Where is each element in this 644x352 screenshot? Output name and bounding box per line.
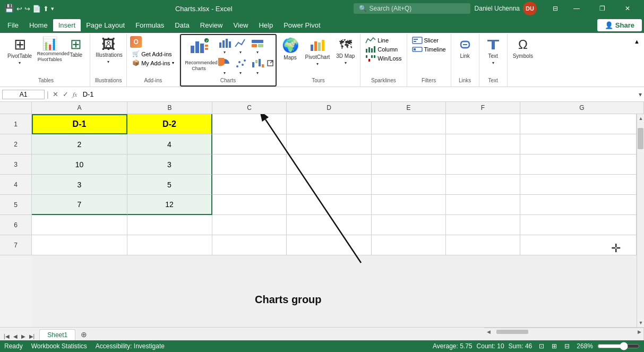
scatter-chart-button[interactable]: ▾	[233, 57, 248, 76]
page-layout-view-icon[interactable]: ⊞	[549, 341, 560, 351]
vertical-scrollbar[interactable]: ▲ ▼	[637, 114, 644, 327]
pivot-table-button[interactable]: ⊞ PivotTable ▾	[5, 36, 34, 66]
cell-d7[interactable]	[287, 235, 372, 255]
menu-power-pivot[interactable]: Power Pivot	[278, 19, 325, 31]
cell-e2[interactable]	[372, 134, 446, 154]
menu-home[interactable]: Home	[24, 19, 53, 31]
scroll-down-button[interactable]: ▼	[637, 319, 644, 327]
normal-view-icon[interactable]: ⊡	[536, 341, 547, 351]
ribbon-collapse-icon[interactable]: ⊟	[547, 0, 563, 17]
confirm-formula-icon[interactable]: ✓	[61, 90, 70, 99]
cell-c7[interactable]	[212, 235, 287, 255]
menu-help[interactable]: Help	[253, 19, 278, 31]
scroll-track[interactable]	[637, 123, 644, 319]
accessibility-status[interactable]: Accessibility: Investigate	[96, 342, 165, 350]
cell-e7[interactable]	[372, 235, 446, 255]
cell-a5[interactable]: 7	[32, 195, 127, 215]
illustrations-button[interactable]: 🖼 Illustrations ▾	[93, 36, 123, 65]
col-header-d[interactable]: D	[287, 102, 372, 114]
cell-c4[interactable]	[212, 175, 287, 195]
row-header-6[interactable]: 6	[0, 215, 32, 235]
hier-arrow[interactable]: ▾	[256, 50, 259, 55]
slicer-button[interactable]: Slicer	[410, 36, 448, 45]
recommended-pivottables-button[interactable]: 📊 Recommended PivotTables	[35, 36, 64, 64]
cell-b3[interactable]: 3	[127, 154, 212, 175]
cell-c6[interactable]	[212, 215, 287, 235]
hscroll-thumb[interactable]	[496, 330, 528, 334]
quick-access-toolbar[interactable]: 💾 ↩ ↪ 📄 ⬆ ▾	[4, 4, 54, 13]
cell-b2[interactable]: 4	[127, 134, 212, 154]
scatter-chart-arrow[interactable]: ▾	[239, 71, 242, 75]
cell-a2[interactable]: 2	[32, 134, 127, 154]
my-addins-button[interactable]: 📦 My Add-ins ▾	[131, 59, 175, 67]
maps-button[interactable]: 🌍 Maps	[280, 36, 301, 62]
save-icon[interactable]: 💾	[4, 4, 14, 13]
cell-b5[interactable]: 12	[127, 195, 212, 215]
cell-g2[interactable]	[520, 134, 637, 154]
cell-c3[interactable]	[212, 154, 287, 175]
zoom-slider[interactable]	[597, 342, 640, 350]
col-header-b[interactable]: B	[127, 102, 212, 114]
cell-d3[interactable]	[287, 154, 372, 175]
cell-d4[interactable]	[287, 175, 372, 195]
cell-b6[interactable]	[127, 215, 212, 235]
pie-chart-arrow[interactable]: ▾	[224, 71, 226, 75]
cell-d6[interactable]	[287, 215, 372, 235]
cell-d5[interactable]	[287, 195, 372, 215]
col-header-e[interactable]: E	[372, 102, 446, 114]
3dmap-button[interactable]: 🗺 3D Map ▾	[334, 36, 357, 66]
cell-e5[interactable]	[372, 195, 446, 215]
column-chart-arrow[interactable]: ▾	[224, 50, 226, 55]
menu-file[interactable]: File	[2, 19, 24, 31]
sheet-tab-sheet1[interactable]: Sheet1	[39, 329, 75, 340]
corner-cell[interactable]	[0, 102, 32, 114]
charts-dialog-launcher[interactable]	[267, 60, 273, 68]
new-doc-icon[interactable]: 📄	[32, 5, 41, 13]
cell-e1[interactable]	[372, 114, 446, 134]
waterfall-arrow[interactable]: ▾	[256, 71, 259, 75]
menu-view[interactable]: View	[228, 19, 253, 31]
cell-f4[interactable]	[446, 175, 520, 195]
menu-formulas[interactable]: Formulas	[130, 19, 169, 31]
row-header-3[interactable]: 3	[0, 154, 32, 175]
next-sheet-arrow[interactable]: ▶	[20, 332, 27, 340]
cell-g5[interactable]	[520, 195, 637, 215]
first-sheet-arrow[interactable]: |◀	[2, 332, 11, 340]
redo-icon[interactable]: ↪	[24, 5, 30, 13]
cell-e6[interactable]	[372, 215, 446, 235]
horizontal-scrollbar[interactable]: ◀ ▶	[484, 328, 643, 335]
add-sheet-button[interactable]: ⊕	[76, 329, 91, 340]
pivotchart-button[interactable]: PivotChart ▾	[303, 36, 332, 67]
cell-f3[interactable]	[446, 154, 520, 175]
hscroll-track[interactable]	[494, 329, 634, 334]
timeline-button[interactable]: Timeline	[410, 45, 448, 54]
page-break-view-icon[interactable]: ⊟	[562, 341, 572, 351]
symbols-button[interactable]: Ω Symbols	[511, 36, 535, 61]
cell-c2[interactable]	[212, 134, 287, 154]
share-button[interactable]: 👤 Share	[597, 19, 642, 31]
winloss-sparkline-button[interactable]: Win/Loss	[364, 54, 403, 63]
scroll-left-button[interactable]: ◀	[484, 328, 493, 336]
cell-d2[interactable]	[287, 134, 372, 154]
row-header-2[interactable]: 2	[0, 134, 32, 154]
cell-g1[interactable]	[520, 114, 637, 134]
col-header-c[interactable]: C	[212, 102, 287, 114]
cell-b1[interactable]: D-2	[127, 114, 212, 134]
insert-function-icon[interactable]: 𝑓𝑥	[71, 90, 79, 99]
link-button[interactable]: Link	[454, 36, 476, 61]
cell-a7[interactable]	[32, 235, 127, 255]
cell-f2[interactable]	[446, 134, 520, 154]
row-header-7[interactable]: 7	[0, 235, 32, 255]
menu-review[interactable]: Review	[195, 19, 228, 31]
text-button[interactable]: Text ▾	[483, 36, 504, 66]
cell-g7[interactable]	[520, 235, 637, 255]
sheet-nav-arrows[interactable]: |◀ ◀ ▶ ▶|	[2, 332, 36, 340]
cell-a6[interactable]	[32, 215, 127, 235]
cell-g4[interactable]	[520, 175, 637, 195]
undo-icon[interactable]: ↩	[16, 5, 22, 13]
pie-chart-button[interactable]: ▾	[217, 57, 232, 76]
workbook-stats-button[interactable]: Workbook Statistics	[31, 342, 87, 350]
line-sparkline-button[interactable]: Line	[364, 36, 403, 45]
close-button[interactable]: ✕	[615, 0, 640, 17]
menu-insert[interactable]: Insert	[53, 19, 81, 31]
